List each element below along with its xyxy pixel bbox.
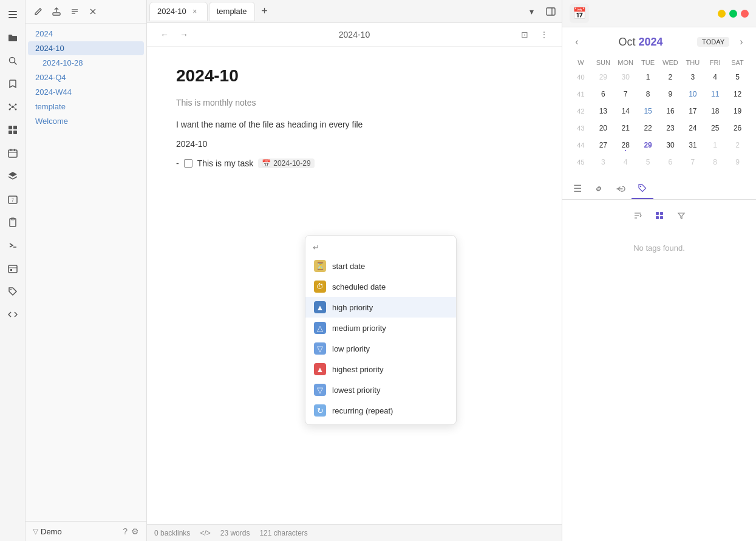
rp-tab-tags[interactable] <box>632 178 653 199</box>
calendar-day[interactable]: 25 <box>704 120 726 137</box>
sidebar-toggle-icon[interactable] <box>3 5 22 24</box>
calendar-day[interactable]: 23 <box>659 120 682 137</box>
calendar-day[interactable]: 29 <box>637 137 659 154</box>
dropdown-item-low-priority[interactable]: ▽ low priority <box>305 338 456 359</box>
help-button[interactable]: ? <box>123 526 128 536</box>
dropdown-item-medium-priority[interactable]: △ medium priority <box>305 318 456 338</box>
graph-icon[interactable] <box>3 97 22 117</box>
tag-sidebar-icon[interactable] <box>3 282 22 301</box>
rp-tab-link[interactable] <box>588 178 610 199</box>
calendar-day[interactable]: 3 <box>592 154 615 171</box>
calendar-day[interactable]: 16 <box>659 103 682 120</box>
calendar-panel-icon[interactable]: 📅 <box>570 4 589 23</box>
calendar-day[interactable]: 21 <box>615 120 637 137</box>
terminal-icon[interactable] <box>3 236 22 255</box>
calendar-day[interactable]: 2 <box>726 137 749 154</box>
tab-2024-10-close[interactable]: × <box>190 7 200 16</box>
maximize-button[interactable] <box>729 10 737 18</box>
calendar-day[interactable]: 26 <box>726 120 749 137</box>
workspace-selector[interactable]: ▽ Demo <box>33 527 62 536</box>
read-mode-button[interactable]: ⊡ <box>517 27 533 43</box>
calendar-day[interactable]: 18 <box>704 103 726 120</box>
calendar-day[interactable]: 8 <box>704 154 726 171</box>
forward-button[interactable]: → <box>176 27 192 43</box>
grid-icon[interactable] <box>3 120 22 140</box>
task-checkbox[interactable] <box>184 159 192 168</box>
code-toggle[interactable]: </> <box>200 529 210 537</box>
calendar-day[interactable]: 1 <box>637 69 659 86</box>
calendar-day[interactable]: 30 <box>659 137 682 154</box>
sidebar-close-icon[interactable] <box>85 4 101 19</box>
tags-view-button[interactable] <box>651 207 668 224</box>
sidebar-item-2024-w44[interactable]: 2024-W44 <box>28 85 144 99</box>
upload-icon[interactable] <box>49 4 64 19</box>
rp-tab-list[interactable]: ☰ <box>567 178 588 199</box>
calendar-day[interactable]: 1 <box>704 137 726 154</box>
calendar-day[interactable]: 6 <box>659 154 682 171</box>
task-date[interactable]: 📅 2024-10-29 <box>258 158 314 168</box>
minimize-button[interactable] <box>718 10 726 18</box>
calendar-day[interactable]: 20 <box>592 120 615 137</box>
calendar-day[interactable]: 9 <box>726 154 749 171</box>
calendar3-icon[interactable] <box>3 259 22 278</box>
settings-button[interactable]: ⚙ <box>131 526 139 536</box>
calendar-day[interactable]: 8 <box>637 86 659 103</box>
calendar-day[interactable]: 31 <box>681 137 704 154</box>
calendar-next-button[interactable]: › <box>734 35 749 49</box>
dropdown-item-lowest-priority[interactable]: ▽ lowest priority <box>305 379 456 400</box>
calendar-day[interactable]: 30 <box>615 69 637 86</box>
calendar-day[interactable]: 4 <box>615 154 637 171</box>
calendar-day[interactable]: 5 <box>726 69 749 86</box>
dropdown-item-highest-priority[interactable]: ▲ highest priority <box>305 359 456 379</box>
back-button[interactable]: ← <box>157 27 172 43</box>
dropdown-item-high-priority[interactable]: ▲ high priority <box>305 297 456 318</box>
calendar-day[interactable]: 7 <box>615 86 637 103</box>
calendar2-icon[interactable]: 7 <box>3 189 22 209</box>
calendar-day[interactable]: 19 <box>726 103 749 120</box>
dropdown-item-scheduled-date[interactable]: ⏱ scheduled date <box>305 276 456 297</box>
sidebar-item-2024[interactable]: 2024 <box>28 27 144 41</box>
calendar-day[interactable]: 14 <box>615 103 637 120</box>
dropdown-item-start-date[interactable]: ⏳ start date <box>305 256 456 276</box>
calendar-day[interactable]: 3 <box>681 69 704 86</box>
tab-template[interactable]: template <box>209 2 255 21</box>
calendar-day[interactable]: 9 <box>659 86 682 103</box>
calendar-day[interactable]: 15 <box>637 103 659 120</box>
calendar-day[interactable]: 12 <box>726 86 749 103</box>
calendar-prev-button[interactable]: ‹ <box>570 35 584 49</box>
tab-chevron-down-icon[interactable]: ▾ <box>523 3 540 20</box>
calendar-day[interactable]: 27 <box>592 137 615 154</box>
clipboard-icon[interactable] <box>3 213 22 232</box>
search-icon[interactable] <box>3 51 22 70</box>
calendar-day[interactable]: 7 <box>681 154 704 171</box>
calendar-day[interactable]: 11 <box>704 86 726 103</box>
edit-icon[interactable] <box>30 4 46 19</box>
code-icon[interactable] <box>3 305 22 324</box>
calendar-day[interactable]: 6 <box>592 86 615 103</box>
sidebar-item-welcome[interactable]: Welcome <box>28 114 144 128</box>
sidebar-item-2024-10-28[interactable]: 2024-10-28 <box>28 56 144 70</box>
today-button[interactable]: TODAY <box>697 37 729 47</box>
calendar-day[interactable]: 17 <box>681 103 704 120</box>
tab-2024-10[interactable]: 2024-10 × <box>149 2 208 21</box>
editor-content[interactable]: 2024-10 This is monthly notes I want the… <box>147 47 562 524</box>
calendar-day[interactable]: 13 <box>592 103 615 120</box>
sidebar-item-2024-q4[interactable]: 2024-Q4 <box>28 70 144 84</box>
layers-icon[interactable] <box>3 166 22 186</box>
add-tab-button[interactable]: + <box>256 3 273 20</box>
calendar-icon[interactable] <box>3 143 22 163</box>
sidebar-item-2024-10[interactable]: 2024-10 <box>28 41 144 55</box>
calendar-day[interactable]: 2 <box>659 69 682 86</box>
sidebar-right-toggle-icon[interactable] <box>542 3 559 20</box>
calendar-day[interactable]: 28 <box>615 137 637 154</box>
bookmark-icon[interactable] <box>3 74 22 94</box>
calendar-day[interactable]: 4 <box>704 69 726 86</box>
close-button[interactable] <box>741 10 749 18</box>
calendar-day[interactable]: 10 <box>681 86 704 103</box>
tags-filter-button[interactable] <box>673 207 690 224</box>
calendar-day[interactable]: 24 <box>681 120 704 137</box>
rp-tab-backlink[interactable] <box>610 178 632 199</box>
dropdown-item-recurring[interactable]: ↻ recurring (repeat) <box>305 400 456 421</box>
collapse-icon[interactable] <box>67 4 83 19</box>
calendar-day[interactable]: 29 <box>592 69 615 86</box>
